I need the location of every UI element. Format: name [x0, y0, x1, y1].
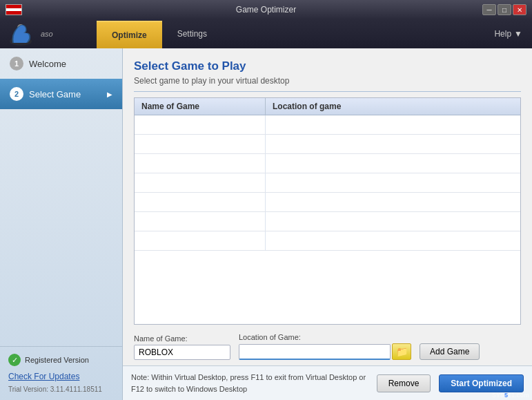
table-row: [135, 135, 520, 154]
tab-settings[interactable]: Settings: [162, 19, 222, 48]
content-title: Select Game to Play: [134, 59, 521, 73]
chevron-down-icon: ▼: [514, 29, 522, 39]
name-input[interactable]: [134, 345, 230, 360]
location-input[interactable]: [239, 344, 391, 360]
version-text: Trial Version: 3.11.4111.18511: [8, 385, 114, 393]
col-location-header: Location of game: [266, 98, 520, 115]
step-badge-select-game: 2: [10, 87, 23, 101]
table-row: [135, 173, 520, 193]
title-bar-left: [6, 4, 179, 15]
logo-area: aso: [0, 19, 97, 48]
add-game-button[interactable]: Add Game: [420, 343, 480, 360]
logo-text: aso: [41, 30, 53, 38]
name-label: Name of Game:: [134, 334, 230, 343]
col-name-header: Name of Game: [135, 98, 266, 115]
sidebar-label-welcome: Welcome: [29, 59, 66, 69]
game-table: Name of Game Location of game: [134, 97, 521, 325]
location-label: Location of Game:: [239, 333, 411, 341]
sidebar-item-welcome[interactable]: 1 Welcome: [0, 48, 122, 79]
menu-bar: aso Optimize Settings Help ▼: [0, 19, 532, 48]
bottom-bar: Note: Within Virtual Desktop, press F11 …: [123, 365, 532, 400]
registered-badge: ✓ Registered Version: [8, 354, 114, 366]
sidebar-arrow-icon: ▶: [107, 91, 112, 98]
note-text: Note: Within Virtual Desktop, press F11 …: [131, 372, 368, 394]
step-badge-welcome: 1: [10, 57, 23, 70]
table-row: [135, 212, 520, 231]
table-header: Name of Game Location of game: [135, 98, 520, 115]
table-row: [135, 115, 520, 135]
table-row: [135, 231, 520, 251]
registered-label: Registered Version: [25, 356, 89, 364]
close-button[interactable]: ✕: [513, 4, 526, 15]
start-optimized-button[interactable]: Start Optimized: [439, 374, 524, 392]
title-controls: ─ □ ✕: [353, 4, 526, 15]
location-form-group: Location of Game: 📁: [239, 333, 411, 360]
table-row: [135, 193, 520, 212]
sidebar-bottom: ✓ Registered Version Check For Updates T…: [0, 346, 122, 400]
folder-icon: 📁: [396, 346, 408, 357]
check-updates-link[interactable]: Check For Updates: [8, 372, 79, 381]
title-bar: Game Optimizer ─ □ ✕: [0, 0, 532, 19]
watermark: SYS511.com: [492, 392, 529, 399]
sidebar-label-select-game: Select Game: [29, 89, 81, 99]
app-title: Game Optimizer: [179, 5, 353, 15]
minimize-button[interactable]: ─: [482, 4, 496, 15]
maximize-button[interactable]: □: [497, 4, 511, 15]
table-body: [135, 115, 520, 324]
content-area: Select Game to Play Select game to play …: [123, 48, 532, 400]
flag-icon: [6, 4, 22, 15]
main-layout: 1 Welcome 2 Select Game ▶ ✓ Registered V…: [0, 48, 532, 400]
help-button[interactable]: Help ▼: [484, 19, 532, 48]
content-subtitle: Select game to play in your virtual desk…: [134, 76, 521, 86]
browse-button[interactable]: 📁: [392, 343, 411, 360]
app-logo-icon: [6, 21, 37, 47]
check-icon: ✓: [8, 354, 21, 366]
sidebar-item-select-game[interactable]: 2 Select Game ▶: [0, 79, 122, 109]
sidebar: 1 Welcome 2 Select Game ▶ ✓ Registered V…: [0, 48, 123, 400]
table-row: [135, 154, 520, 173]
remove-button[interactable]: Remove: [377, 374, 431, 392]
content-header: Select Game to Play Select game to play …: [134, 59, 521, 92]
form-area: Name of Game: Location of Game: 📁 Add Ga…: [134, 333, 521, 360]
name-form-group: Name of Game:: [134, 334, 230, 360]
tab-optimize[interactable]: Optimize: [97, 21, 162, 48]
